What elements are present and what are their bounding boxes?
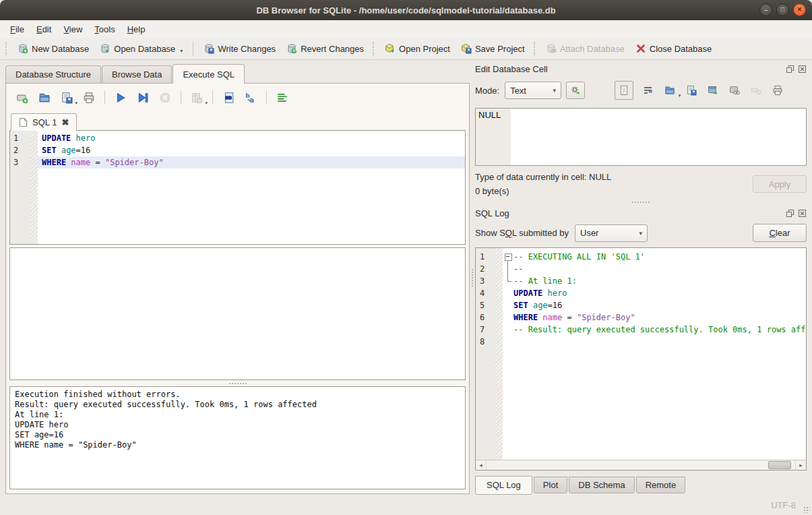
close-database-button[interactable]: Close Database	[630, 40, 718, 57]
code-line: UPDATE hero	[38, 132, 465, 144]
set-null-icon	[751, 85, 761, 96]
format-sql-button[interactable]	[276, 91, 289, 104]
scrollbar-thumb[interactable]	[768, 461, 791, 469]
menu-tools[interactable]: Tools	[88, 22, 121, 37]
sql-editor[interactable]: 1 2 3 UPDATE hero SET age=16 WHERE name …	[9, 130, 466, 245]
pane-splitter[interactable]	[9, 380, 466, 386]
open-project-button[interactable]: Open Project	[379, 40, 456, 57]
clear-log-button[interactable]: Clear	[753, 224, 807, 242]
close-window-button[interactable]	[793, 3, 806, 16]
float-dock-button[interactable]	[785, 64, 794, 73]
sql-document-icon	[19, 117, 28, 127]
svg-text:a: a	[249, 96, 255, 104]
autocomplete-icon: ba	[245, 92, 257, 104]
window-title: DB Browser for SQLite - /home/user/code/…	[256, 5, 555, 16]
word-wrap-button[interactable]	[642, 84, 655, 97]
dock-tab-sql-log[interactable]: SQL Log	[475, 476, 532, 495]
set-null-button[interactable]	[749, 84, 763, 97]
stop-execution-button[interactable]	[158, 91, 172, 104]
cell-value: NULL	[478, 110, 501, 120]
new-database-button[interactable]: New Database	[12, 40, 94, 57]
main-area: Database Structure Browse Data Execute S…	[0, 60, 812, 495]
tab-database-structure[interactable]: Database Structure	[5, 65, 101, 83]
splitter-handle-icon	[472, 269, 473, 286]
menu-view[interactable]: View	[57, 22, 88, 37]
message-line: At line 1:	[15, 410, 460, 420]
attach-database-button[interactable]: Attach Database	[540, 40, 630, 57]
execute-line-button[interactable]	[136, 91, 150, 104]
log-margin	[495, 248, 503, 460]
new-tab-button[interactable]	[15, 91, 29, 104]
encoding-indicator[interactable]: UTF-8	[771, 500, 796, 510]
save-sql-file-icon	[61, 92, 73, 104]
auto-apply-button[interactable]	[566, 82, 585, 99]
execute-all-button[interactable]	[114, 91, 127, 104]
horizontal-scrollbar[interactable]: ◂ ▸	[476, 460, 806, 470]
menu-file[interactable]: File	[4, 22, 30, 37]
editor-margin	[30, 131, 38, 244]
sql-log-viewer[interactable]: 12345678 -- EXECUTING ALL IN 'SQL 1' -- …	[475, 247, 807, 471]
menu-edit[interactable]: Edit	[30, 22, 57, 37]
log-line: -- At line 1:	[503, 275, 806, 287]
tab-browse-data[interactable]: Browse Data	[102, 65, 172, 83]
open-database-button[interactable]: Open Database ▾	[94, 40, 188, 57]
tab-execute-sql[interactable]: Execute SQL	[173, 64, 245, 84]
message-line: SET age=16	[15, 430, 460, 440]
float-dock-button[interactable]	[785, 208, 794, 218]
toolbar-drag-handle[interactable]	[534, 42, 537, 55]
apply-button[interactable]: Apply	[753, 175, 807, 193]
close-dock-button[interactable]	[797, 64, 807, 73]
toolbar-drag-handle[interactable]	[373, 42, 376, 55]
dock-tab-remote[interactable]: Remote	[636, 477, 686, 493]
sql-toolbar: ▾	[9, 88, 466, 108]
dock-splitter[interactable]	[475, 198, 807, 206]
scrollbar-track[interactable]	[487, 460, 795, 470]
toolbar-drag-handle[interactable]	[5, 42, 9, 55]
text-mode-button[interactable]	[615, 81, 633, 100]
export-data-icon	[686, 85, 697, 96]
log-line: SET age=16	[503, 299, 806, 311]
resize-grip-icon[interactable]	[803, 506, 810, 513]
main-toolbar: New Database Open Database ▾ Write Chang…	[0, 38, 812, 60]
dock-tab-plot[interactable]: Plot	[534, 477, 567, 493]
message-line: Execution finished without errors.	[15, 390, 460, 400]
autocomplete-button[interactable]: ba	[244, 91, 257, 104]
save-project-button[interactable]: Save Project	[456, 40, 530, 57]
save-results-button[interactable]: ▾	[190, 91, 204, 104]
sql-file-tab[interactable]: SQL 1 ✖	[11, 113, 77, 131]
revert-changes-button[interactable]: Revert Changes	[281, 40, 369, 57]
close-dock-button[interactable]	[797, 208, 807, 218]
print-sql-button[interactable]	[82, 91, 96, 104]
cell-type-text: Type of data currently in cell: NULL	[475, 170, 753, 184]
find-button[interactable]	[222, 91, 235, 104]
minimize-button[interactable]	[759, 3, 772, 16]
open-sql-file-button[interactable]	[38, 91, 51, 104]
results-pane[interactable]	[9, 247, 466, 380]
main-splitter[interactable]	[470, 60, 475, 495]
import-data-button[interactable]: ▾	[663, 84, 677, 97]
sql-code: UPDATE hero SET age=16 WHERE name = "Spi…	[38, 131, 465, 244]
fold-collapse-icon[interactable]	[503, 251, 513, 263]
write-changes-button[interactable]: Write Changes	[198, 40, 281, 57]
mode-select[interactable]: Text	[505, 82, 561, 99]
print-cell-button[interactable]	[771, 84, 784, 97]
edit-cell-toolbar: Mode: Text ▾	[475, 81, 807, 100]
scroll-left-arrow-icon[interactable]: ◂	[476, 460, 487, 470]
copy-link-button[interactable]	[728, 84, 741, 97]
open-in-app-button[interactable]	[706, 84, 720, 97]
left-panel: Database Structure Browse Data Execute S…	[0, 60, 470, 495]
scroll-right-arrow-icon[interactable]: ▸	[795, 460, 806, 470]
format-sql-icon	[276, 92, 288, 104]
export-data-button[interactable]	[685, 84, 698, 97]
cell-value-editor[interactable]: NULL	[475, 108, 807, 166]
save-sql-file-button[interactable]: ▾	[60, 91, 73, 104]
sql-log-dock-header: SQL Log	[475, 206, 807, 220]
dock-tab-db-schema[interactable]: DB Schema	[569, 477, 634, 493]
maximize-button[interactable]	[776, 3, 789, 16]
submitter-select[interactable]: User	[575, 224, 648, 242]
window-controls	[759, 3, 806, 16]
menu-help[interactable]: Help	[121, 22, 152, 37]
fold-guide	[503, 263, 513, 275]
execution-message-pane[interactable]: Execution finished without errors.Result…	[9, 386, 466, 489]
close-tab-icon[interactable]: ✖	[61, 117, 69, 127]
